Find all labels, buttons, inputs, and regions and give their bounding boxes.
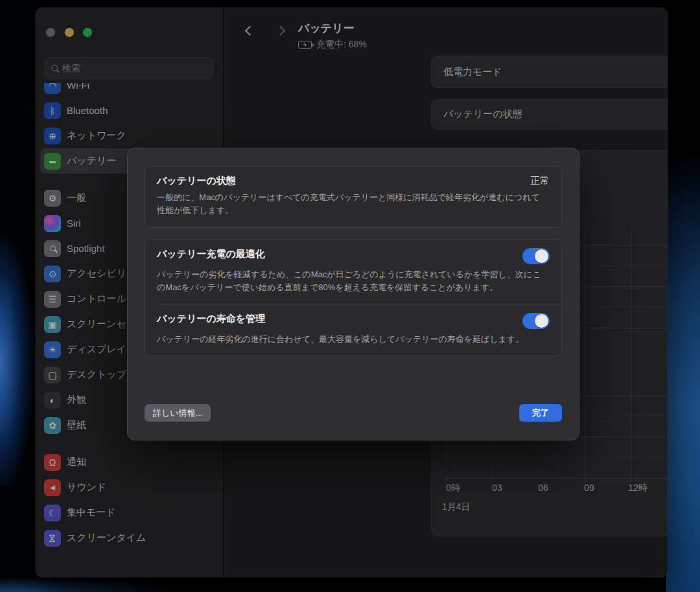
battery-health-section: バッテリーの状態 正常 一般的に、Macのバッテリーはすべての充電式バッテリーと… (145, 166, 562, 228)
system-settings-window: ◠ Wi-Fi ᛒ Bluetooth ⊕ ネットワーク ▬ バッテリー ⚙ (36, 8, 668, 577)
manage-lifespan-description: バッテリーの経年劣化の進行に合わせて、最大容量を減らしてバッテリーの寿命を延ばし… (157, 333, 546, 346)
manage-lifespan-row: バッテリーの寿命を管理 バッテリーの経年劣化の進行に合わせて、最大容量を減らして… (145, 304, 561, 356)
manage-lifespan-toggle[interactable] (522, 313, 550, 329)
optimized-charging-description: バッテリーの劣化を軽減するため、このMacが日ごろどのように充電されているかを学… (157, 268, 546, 295)
dialog-footer: 詳しい情報... 完了 (145, 404, 562, 422)
done-button[interactable]: 完了 (519, 404, 562, 422)
battery-health-status: 正常 (530, 175, 550, 187)
wallpaper-earth-right (666, 0, 700, 592)
optimized-charging-toggle[interactable] (522, 248, 550, 264)
optimized-charging-row: バッテリー充電の最適化 バッテリーの劣化を軽減するため、このMacが日ごろどのよ… (145, 240, 561, 304)
battery-options-section: バッテリー充電の最適化 バッテリーの劣化を軽減するため、このMacが日ごろどのよ… (145, 239, 562, 357)
more-info-button[interactable]: 詳しい情報... (145, 404, 211, 422)
desktop-background: ◠ Wi-Fi ᛒ Bluetooth ⊕ ネットワーク ▬ バッテリー ⚙ (0, 0, 700, 592)
battery-health-dialog: バッテリーの状態 正常 一般的に、Macのバッテリーはすべての充電式バッテリーと… (127, 148, 579, 440)
battery-health-description: 一般的に、Macのバッテリーはすべての充電式バッテリーと同様に消耗品で経年劣化が… (157, 191, 546, 218)
